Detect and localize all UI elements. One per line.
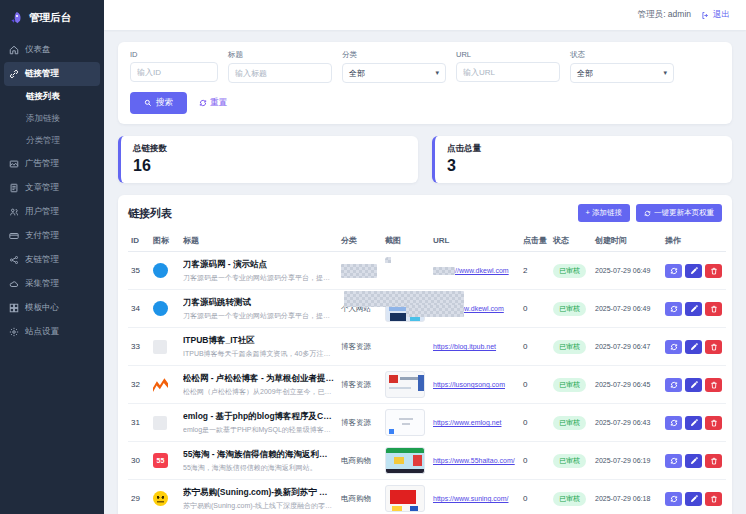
link-url[interactable]: https://www.suning.com/: [433, 495, 508, 502]
sidebar-subitem-分类管理[interactable]: 分类管理: [0, 130, 104, 152]
search-button[interactable]: 搜索: [130, 92, 187, 114]
refresh-row-button[interactable]: [665, 340, 682, 354]
cell-clicks: 0: [520, 328, 550, 366]
delete-row-button[interactable]: [705, 416, 722, 430]
link-subtitle: ITPUB博客每天千篇余篇博文资讯，40多万注册博主，为I..: [183, 349, 335, 359]
sidebar-item-采集管理[interactable]: 采集管理: [0, 272, 104, 296]
trash-icon: [710, 305, 718, 313]
status-badge: 已审核: [553, 340, 586, 354]
s55-icon: 55: [153, 453, 168, 468]
sidebar-item-文章管理[interactable]: 文章管理: [0, 176, 104, 200]
trash-icon: [710, 267, 718, 275]
edit-row-button[interactable]: [685, 264, 702, 278]
cell-created-time: 2025-07-29 06:45: [592, 366, 662, 404]
payment-icon: [9, 231, 19, 241]
column-header: 标题: [180, 230, 338, 252]
sidebar-subitem-链接列表[interactable]: 链接列表: [0, 86, 104, 108]
edit-row-button[interactable]: [685, 302, 702, 316]
sidebar-item-label: 支付管理: [25, 230, 59, 242]
refresh-row-button[interactable]: [665, 264, 682, 278]
link-title: emlog - 基于php的blog博客程序及CMS建站系统: [183, 411, 335, 423]
cell-id: 34: [128, 290, 150, 328]
sidebar-item-label: 采集管理: [25, 278, 59, 290]
sidebar-item-站点设置[interactable]: 站点设置: [0, 320, 104, 344]
delete-row-button[interactable]: [705, 302, 722, 316]
edit-row-button[interactable]: [685, 492, 702, 506]
cell-category: 电商购物: [338, 480, 382, 514]
logout-button[interactable]: 退出: [701, 9, 730, 21]
edit-pencil-icon: [690, 381, 698, 389]
link-screenshot-thumbnail: [385, 409, 425, 436]
refresh-row-button[interactable]: [665, 416, 682, 430]
edit-pencil-icon: [690, 495, 698, 503]
trash-icon: [710, 419, 718, 427]
column-header: ID: [128, 230, 150, 252]
delete-row-button[interactable]: [705, 492, 722, 506]
link-url[interactable]: https://www.55haitao.com/: [433, 457, 515, 464]
edit-row-button[interactable]: [685, 340, 702, 354]
sidebar-subitem-添加链接[interactable]: 添加链接: [0, 108, 104, 130]
add-link-button[interactable]: + 添加链接: [578, 204, 630, 222]
link-url[interactable]: https://www.emlog.net: [433, 419, 501, 426]
cell-clicks: 2: [520, 252, 550, 290]
none-icon: [153, 340, 167, 354]
cell-clicks: 0: [520, 366, 550, 404]
table-row: 29 苏宁易购(Suning.com)-换新到苏宁 省钱更省心！ 苏宁易购(Su…: [128, 480, 726, 514]
admin-label: 管理员: admin: [638, 9, 691, 21]
users-icon: [9, 207, 19, 217]
sidebar-item-友链管理[interactable]: 友链管理: [0, 248, 104, 272]
update-weight-button[interactable]: 一键更新本页权重: [636, 204, 722, 222]
sidebar-item-链接管理[interactable]: 链接管理: [4, 62, 100, 86]
rocket-logo-icon: [8, 10, 24, 26]
cell-created-time: 2025-07-29 06:19: [592, 442, 662, 480]
cell-clicks: 0: [520, 480, 550, 514]
link-title: 苏宁易购(Suning.com)-换新到苏宁 省钱更省心！: [183, 487, 335, 499]
sidebar-item-广告管理[interactable]: 广告管理: [0, 152, 104, 176]
trash-icon: [710, 495, 718, 503]
sidebar-item-支付管理[interactable]: 支付管理: [0, 224, 104, 248]
suning-icon: [153, 491, 168, 506]
settings-icon: [9, 327, 19, 337]
column-header: 分类: [338, 230, 382, 252]
sidebar-item-仪表盘[interactable]: 仪表盘: [0, 38, 104, 62]
reset-button[interactable]: 重置: [199, 97, 227, 109]
sidebar-item-模板中心[interactable]: 模板中心: [0, 296, 104, 320]
table-row: 35 刀客源码网 - 演示站点 刀客源码是一个专业的网站源码分享平台，提供各种精…: [128, 252, 726, 290]
category-filter-select[interactable]: 全部▾: [342, 63, 446, 83]
id-filter-input[interactable]: [130, 62, 218, 82]
link-subtitle: 苏宁易购(Suning.com)-线上线下深度融合的零售平台。: [183, 501, 335, 511]
link-url[interactable]: //www.dkewl.com: [433, 267, 509, 274]
status-filter-select[interactable]: 全部▾: [570, 63, 674, 83]
trash-icon: [710, 381, 718, 389]
select-value: 全部: [349, 68, 365, 79]
sidebar-item-label: 链接管理: [25, 68, 59, 80]
link-url[interactable]: https://lusongsong.com: [433, 381, 505, 388]
edit-row-button[interactable]: [685, 416, 702, 430]
stat-label: 总链接数: [133, 143, 406, 155]
status-badge: 已审核: [553, 454, 586, 468]
status-badge: 已审核: [553, 302, 586, 316]
cell-created-time: 2025-07-29 06:43: [592, 404, 662, 442]
link-url[interactable]: https://blog.itpub.net: [433, 343, 496, 350]
sidebar-item-用户管理[interactable]: 用户管理: [0, 200, 104, 224]
url-filter-input[interactable]: [456, 62, 560, 82]
edit-pencil-icon: [690, 267, 698, 275]
delete-row-button[interactable]: [705, 340, 722, 354]
cell-created-time: 2025-07-29 06:47: [592, 328, 662, 366]
sidebar-item-label: 友链管理: [25, 254, 59, 266]
link-icon: [9, 69, 19, 79]
trash-icon: [710, 457, 718, 465]
delete-row-button[interactable]: [705, 264, 722, 278]
refresh-row-button[interactable]: [665, 302, 682, 316]
edit-row-button[interactable]: [685, 378, 702, 392]
title-filter-input[interactable]: [228, 63, 332, 83]
refresh-icon: [670, 495, 678, 503]
censor-patch: [433, 267, 455, 275]
links-table: ID图标标题分类截图URL点击量状态创建时间操作 35 刀客源码网 - 演示站点…: [128, 230, 726, 514]
refresh-row-button[interactable]: [665, 378, 682, 392]
edit-row-button[interactable]: [685, 454, 702, 468]
delete-row-button[interactable]: [705, 454, 722, 468]
delete-row-button[interactable]: [705, 378, 722, 392]
refresh-row-button[interactable]: [665, 454, 682, 468]
refresh-row-button[interactable]: [665, 492, 682, 506]
